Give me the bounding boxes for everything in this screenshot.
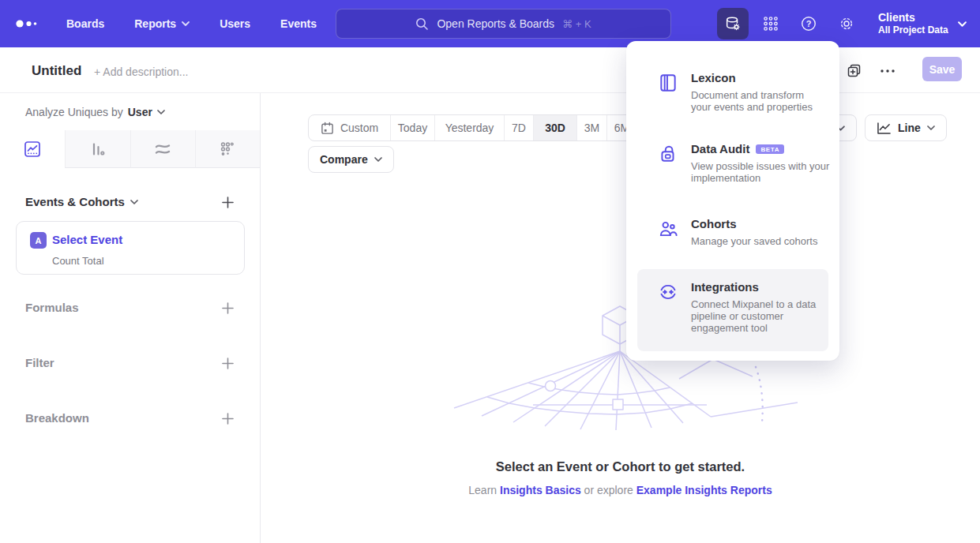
ellipsis-icon bbox=[880, 69, 895, 73]
plus-icon bbox=[222, 302, 234, 314]
select-event-button[interactable]: Select Event bbox=[52, 233, 122, 246]
breakdown-label: Breakdown bbox=[25, 411, 89, 425]
add-breakdown-button[interactable] bbox=[219, 410, 236, 427]
help-button[interactable]: ? bbox=[793, 8, 824, 39]
save-button[interactable]: Save bbox=[922, 57, 962, 81]
nav-item-users[interactable]: Users bbox=[220, 17, 250, 30]
beta-badge: BETA bbox=[756, 144, 784, 154]
tab-line-chart[interactable] bbox=[0, 130, 65, 168]
menu-item-data-audit[interactable]: Data Audit BETA View possible issues wit… bbox=[658, 142, 825, 184]
range-yesterday[interactable]: Yesterday bbox=[434, 115, 504, 140]
chevron-down-icon bbox=[958, 21, 967, 27]
more-options-button[interactable] bbox=[877, 60, 899, 82]
analyze-label: Analyze Uniques by bbox=[25, 106, 123, 118]
plus-icon bbox=[222, 358, 234, 369]
menu-item-title: Data Audit bbox=[691, 142, 749, 155]
menu-item-description: Manage your saved cohorts bbox=[691, 235, 837, 247]
chevron-down-icon bbox=[130, 200, 138, 204]
empty-state-title: Select an Event or Cohort to get started… bbox=[261, 459, 980, 474]
nav-item-label: Reports bbox=[134, 17, 176, 30]
org-name: Clients bbox=[878, 11, 948, 24]
analyze-value-dropdown[interactable]: User bbox=[128, 106, 165, 118]
analyze-value: User bbox=[128, 106, 152, 118]
calendar-icon bbox=[321, 122, 334, 135]
project-name: All Project Data bbox=[878, 24, 948, 36]
plus-icon bbox=[222, 413, 234, 425]
range-3m[interactable]: 3M bbox=[576, 115, 606, 140]
mixpanel-logo-icon[interactable] bbox=[14, 17, 41, 30]
example-insights-reports-link[interactable]: Example Insights Reports bbox=[636, 484, 772, 496]
range-custom[interactable]: Custom bbox=[309, 115, 390, 140]
line-chart-tab-icon bbox=[24, 140, 41, 158]
chart-type-tabs bbox=[0, 130, 260, 168]
add-event-button[interactable] bbox=[219, 193, 236, 211]
range-label: 7D bbox=[512, 122, 526, 134]
search-icon bbox=[415, 17, 429, 31]
menu-item-title: Cohorts bbox=[691, 217, 737, 230]
formulas-label: Formulas bbox=[25, 301, 79, 314]
insights-basics-link[interactable]: Insights Basics bbox=[500, 484, 581, 496]
chevron-down-icon bbox=[157, 110, 165, 114]
filter-label: Filter bbox=[25, 356, 54, 369]
project-selector[interactable]: Clients All Project Data bbox=[878, 8, 967, 39]
tab-bar-chart[interactable] bbox=[65, 130, 130, 168]
menu-item-title: Integrations bbox=[691, 280, 759, 294]
chart-type-button[interactable]: Line bbox=[865, 114, 947, 141]
event-letter-badge: A bbox=[30, 232, 47, 249]
analyze-uniques-row: Analyze Uniques by User bbox=[25, 106, 165, 118]
menu-item-integrations[interactable]: Integrations Connect Mixpanel to a data … bbox=[637, 269, 828, 351]
stacked-chart-tab-icon bbox=[154, 140, 171, 158]
top-navbar: Boards Reports Users Events Open Reports… bbox=[0, 0, 980, 47]
add-filter-button[interactable] bbox=[219, 354, 236, 372]
settings-button[interactable] bbox=[831, 8, 862, 39]
nav-item-label: Events bbox=[280, 17, 317, 30]
cohorts-people-icon bbox=[658, 217, 678, 247]
menu-item-description: Connect Mixpanel to a data pipeline or c… bbox=[691, 298, 829, 334]
menu-item-cohorts[interactable]: Cohorts Manage your saved cohorts bbox=[658, 217, 825, 247]
gear-icon bbox=[838, 15, 855, 32]
compare-button[interactable]: Compare bbox=[308, 146, 394, 173]
menu-item-lexicon[interactable]: Lexicon Document and transform your even… bbox=[658, 71, 825, 113]
line-chart-icon bbox=[877, 122, 892, 135]
nav-item-label: Users bbox=[220, 17, 250, 30]
count-type-selector[interactable]: Count Total bbox=[52, 255, 104, 267]
range-30d[interactable]: 30D bbox=[533, 115, 576, 140]
nav-item-events[interactable]: Events bbox=[280, 17, 317, 30]
range-today[interactable]: Today bbox=[390, 115, 434, 140]
data-management-dropdown: Lexicon Document and transform your even… bbox=[626, 41, 839, 361]
add-formula-button[interactable] bbox=[219, 299, 236, 316]
nav-item-boards[interactable]: Boards bbox=[66, 17, 104, 30]
range-label: Yesterday bbox=[445, 122, 494, 134]
range-label: Custom bbox=[340, 122, 378, 134]
report-title[interactable]: Untitled bbox=[32, 63, 81, 79]
tab-stacked-chart[interactable] bbox=[130, 130, 195, 168]
menu-item-description: Document and transform your events and p… bbox=[691, 89, 817, 113]
events-cohorts-header[interactable]: Events & Cohorts bbox=[25, 195, 138, 208]
report-description-placeholder[interactable]: + Add description... bbox=[94, 66, 188, 78]
data-audit-lock-icon bbox=[658, 142, 678, 184]
metric-tab-icon bbox=[219, 140, 236, 158]
copy-plus-icon bbox=[847, 63, 862, 79]
explore-text: or explore bbox=[584, 484, 633, 496]
data-management-button[interactable] bbox=[717, 8, 749, 39]
nav-item-reports[interactable]: Reports bbox=[134, 17, 190, 30]
global-search[interactable]: Open Reports & Boards ⌘ + K bbox=[336, 9, 671, 39]
nav-item-label: Boards bbox=[66, 17, 104, 30]
duplicate-report-button[interactable] bbox=[843, 60, 865, 82]
lexicon-book-icon bbox=[658, 71, 678, 113]
chevron-down-icon bbox=[927, 125, 935, 130]
apps-grid-button[interactable] bbox=[755, 8, 787, 39]
range-label: 3M bbox=[584, 122, 599, 134]
database-gear-icon bbox=[724, 15, 742, 32]
event-row-card[interactable]: A Select Event Count Total bbox=[16, 221, 245, 275]
compare-label: Compare bbox=[320, 153, 368, 166]
search-shortcut: ⌘ + K bbox=[562, 18, 591, 30]
tab-metric[interactable] bbox=[195, 130, 260, 168]
range-label: Today bbox=[398, 122, 427, 134]
events-cohorts-label: Events & Cohorts bbox=[25, 195, 125, 208]
primary-nav: Boards Reports Users Events bbox=[66, 0, 317, 47]
chevron-down-icon bbox=[182, 21, 190, 26]
svg-text:?: ? bbox=[806, 19, 812, 28]
menu-item-title: Lexicon bbox=[691, 71, 736, 84]
range-7d[interactable]: 7D bbox=[504, 115, 533, 140]
